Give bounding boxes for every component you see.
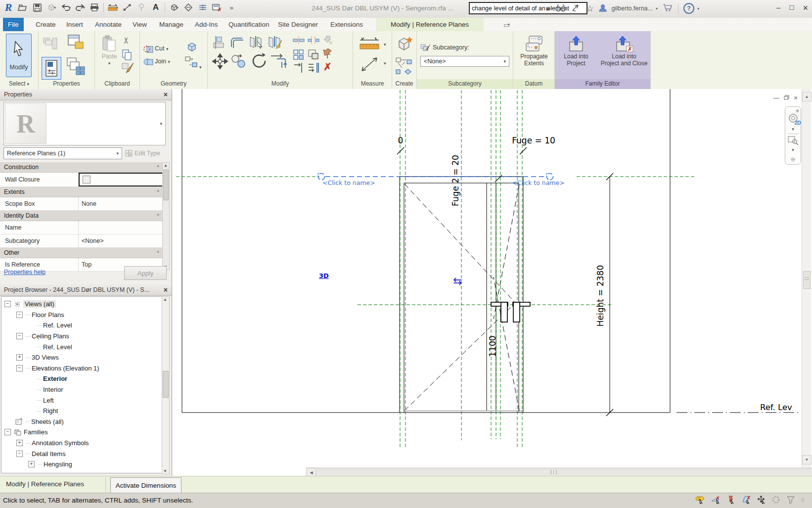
trim-extend-corner-icon[interactable] [270,52,287,70]
create-panel-label[interactable]: Create [392,79,416,89]
component-icon[interactable] [396,35,413,54]
type-preview[interactable]: R ▾ [3,102,166,145]
tab-view[interactable]: View [128,18,152,31]
elevation-drawing[interactable] [172,89,801,467]
tab-insert[interactable]: Insert [61,18,88,31]
properties-close-icon[interactable]: × [164,91,168,98]
3d-extent-toggle[interactable]: 3D [319,272,329,279]
name-value[interactable] [79,221,163,234]
tree-item-views[interactable]: −Views (all) [1,299,162,310]
resize-grip[interactable]: ⠿ [801,498,805,503]
view-minimize-icon[interactable]: — [773,94,779,101]
scroll-up-icon[interactable]: ▲ [802,92,812,101]
click-to-name-right[interactable]: <Click to name> [512,179,565,186]
tree-item-left[interactable]: Left [1,395,162,406]
measure-tool-icon[interactable] [358,36,381,52]
tab-modify-reference-planes[interactable]: Modify | Reference Planes [376,18,484,31]
drawing-canvas[interactable]: 0 Fuge = 10 Fuge 2 = 20 1100 Height = 23… [172,89,812,476]
fuge2-dimension-label[interactable]: Fuge 2 = 20 [451,151,460,210]
minimize-button[interactable]: – [776,3,780,13]
move-icon[interactable] [212,53,228,71]
help-icon[interactable]: ? [683,3,694,14]
family-editor-panel-label[interactable]: Family Editor [555,79,650,89]
tree-item-detail-items[interactable]: −Detail Items [1,448,162,459]
tree-item-annotation-symbols[interactable]: +Annotation Symbols [1,438,162,449]
scroll-down-icon[interactable]: ▼ [802,455,812,464]
element-type-select[interactable]: Reference Planes (1)▾ [3,147,122,159]
ribbon-display-toggle[interactable]: ▭ ▾ [498,18,515,31]
rotate-icon[interactable] [250,52,268,71]
pin-icon[interactable] [322,48,332,60]
steering-wheel-icon[interactable]: 2D [787,113,799,126]
collapse-toggle[interactable]: − [16,365,23,371]
tree-item-sheets[interactable]: Sheets (all) [1,416,162,427]
fuge-dimension-label[interactable]: Fuge = 10 [506,136,561,145]
close-button[interactable]: × [803,3,808,13]
user-avatar-icon[interactable] [599,4,607,13]
tree-item-elevations[interactable]: −Elevations (Elevation 1) [1,363,162,374]
wall-closure-checkbox-cell[interactable] [79,173,163,186]
tab-annotate[interactable]: Annotate [90,18,127,31]
ref-level-label[interactable]: Ref. Lev [760,403,806,412]
collapse-toggle[interactable]: − [4,429,11,435]
propagate-extents-button[interactable]: PropagateExtents [514,35,554,67]
user-menu-chevron-icon[interactable]: ▾ [656,6,658,11]
apply-button[interactable]: Apply [124,266,167,280]
clipboard-panel-label[interactable]: Clipboard [95,79,139,89]
properties-scrollbar[interactable]: ▲▼ [162,162,170,270]
subcategory-select[interactable]: <None>▾ [420,56,509,67]
new-window-icon[interactable] [67,34,85,52]
cut-scissors-icon[interactable]: ✂ [121,37,132,44]
default-3d-view-icon[interactable]: ▾ [169,2,180,13]
type-preview-chevron-icon[interactable]: ▾ [160,121,162,126]
app-store-cart-icon[interactable] [663,3,673,13]
tab-site-designer[interactable]: Site Designer [273,18,323,31]
tree-item-ref-level[interactable]: Ref. Level [1,341,162,352]
signed-in-user[interactable]: gilberto.ferna... [612,5,653,12]
delete-icon[interactable]: ✗ [323,61,332,73]
measure-icon[interactable]: ▾ [107,2,118,13]
geometry-panel-label[interactable]: Geometry [140,79,207,89]
tab-addins[interactable]: Add-Ins [190,18,223,31]
text-icon[interactable]: A [150,2,161,13]
navbar-close-icon[interactable]: ⊗ [795,108,799,113]
zoom-menu-chevron[interactable]: ▾ [792,147,794,152]
open-icon[interactable] [17,2,28,13]
view-close-icon[interactable]: × [794,94,798,102]
tree-item-3d-views[interactable]: +3D Views [1,352,162,363]
section-identity-data[interactable]: Identity Data^ [0,211,163,221]
properties-help-link[interactable]: Properties help [4,269,45,276]
click-to-name-left[interactable]: <Click to name> [322,179,375,186]
scroll-left-icon[interactable]: ◀ [307,468,316,476]
project-browser-scrollbar[interactable]: ▲▼ [162,296,170,474]
handle-height-dimension-label[interactable]: 1100 [488,329,497,364]
expand-toggle[interactable]: + [16,440,23,446]
pick-new-icon[interactable] [395,57,413,78]
expand-toggle[interactable]: + [28,461,35,467]
vertical-scroll-thumb[interactable] [803,271,811,289]
section-extents[interactable]: Extents^ [0,187,163,197]
tree-item-ref-level[interactable]: Ref. Level [1,320,162,331]
favorites-star-icon[interactable]: ☆ [586,3,593,14]
array-icon[interactable] [293,49,305,61]
view-restore-icon[interactable] [784,94,789,101]
tab-extensions[interactable]: Extensions [325,18,368,31]
search-go-icon[interactable]: ▶ [546,5,550,12]
select-panel-label[interactable]: Select ▾ [0,79,38,89]
thin-lines-icon[interactable] [197,2,208,13]
flip-control-icon[interactable]: ⇆ [453,275,462,287]
subcategory-value[interactable]: <None> [79,234,163,247]
link-elements-icon[interactable]: ▾ [184,56,202,70]
offset-icon[interactable] [229,37,245,50]
collapse-toggle[interactable]: − [16,312,23,318]
maximize-button[interactable]: □ [789,3,794,13]
help-menu-chevron-icon[interactable]: ▾ [697,6,699,11]
modify-panel-label[interactable]: Modify [208,79,353,89]
measure-dropdown-chevron[interactable]: ▾ [384,42,386,47]
tab-quantification[interactable]: Quantification [224,18,274,31]
door-handles[interactable] [491,302,530,322]
modify-tool-button[interactable]: Modify [6,34,32,77]
copy-element-icon[interactable] [230,54,246,70]
section-construction[interactable]: Construction^ [0,162,163,173]
scale-icon[interactable] [308,49,319,61]
